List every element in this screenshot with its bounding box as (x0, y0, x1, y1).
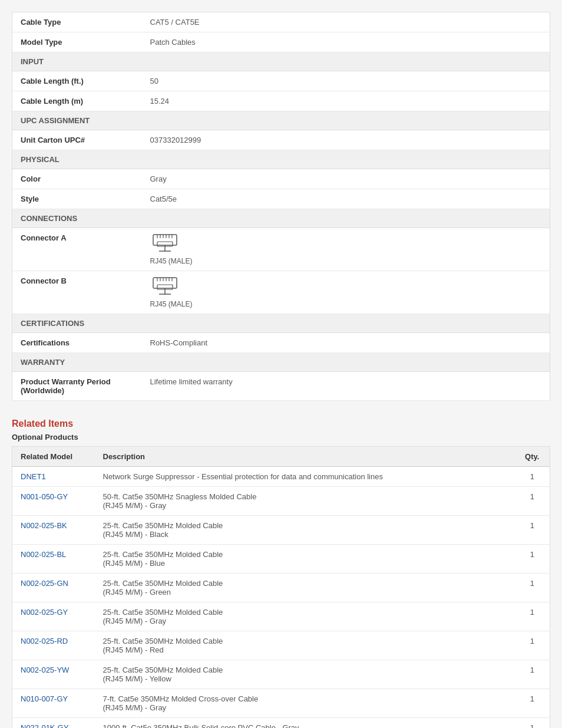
related-model-cell[interactable]: N002-025-GN (12, 574, 95, 602)
related-description-cell: 1000-ft. Cat5e 350MHz Bulk Solid-core PV… (95, 718, 515, 729)
related-model-cell[interactable]: DNET1 (12, 467, 95, 487)
col-qty: Qty. (515, 447, 550, 467)
related-model-link[interactable]: N002-025-GN (21, 579, 68, 588)
related-table-row: N002-025-YW25-ft. Cat5e 350MHz Molded Ca… (12, 660, 550, 689)
spec-row: ColorGray (12, 169, 550, 189)
spec-row: Cable Length (ft.)50 (12, 71, 550, 91)
related-model-cell[interactable]: N002-025-YW (12, 660, 95, 689)
connector-value: RJ45 (MALE) (150, 257, 193, 265)
related-table-row: N002-025-RD25-ft. Cat5e 350MHz Molded Ca… (12, 631, 550, 660)
related-table-row: N002-025-BL25-ft. Cat5e 350MHz Molded Ca… (12, 545, 550, 574)
related-model-cell[interactable]: N002-025-RD (12, 631, 95, 660)
section-header: PHYSICAL (12, 150, 550, 169)
spec-row: Model TypePatch Cables (12, 32, 550, 52)
connector-icon (150, 276, 180, 299)
related-model-cell[interactable]: N002-025-GY (12, 602, 95, 631)
section-header: CONNECTIONS (12, 209, 550, 228)
related-table-row: N002-025-GN25-ft. Cat5e 350MHz Molded Ca… (12, 574, 550, 602)
specs-table: Cable TypeCAT5 / CAT5EModel TypePatch Ca… (12, 12, 550, 401)
col-model: Related Model (12, 447, 95, 467)
related-model-cell[interactable]: N010-007-GY (12, 689, 95, 718)
related-description-cell: 25-ft. Cat5e 350MHz Molded Cable(RJ45 M/… (95, 602, 515, 631)
related-qty-cell: 1 (515, 602, 550, 631)
related-items-title: Related Items (12, 419, 550, 429)
related-description-cell: 25-ft. Cat5e 350MHz Molded Cable(RJ45 M/… (95, 574, 515, 602)
related-model-link[interactable]: N002-025-BL (21, 550, 66, 559)
related-qty-cell: 1 (515, 718, 550, 729)
related-model-link[interactable]: N001-050-GY (21, 492, 68, 501)
spec-row: Product Warranty Period(Worldwide)Lifeti… (12, 372, 550, 401)
related-table-row: N010-007-GY7-ft. Cat5e 350MHz Molded Cro… (12, 689, 550, 718)
spec-row: StyleCat5/5e (12, 189, 550, 209)
related-description-cell: Network Surge Suppressor - Essential pro… (95, 467, 515, 487)
related-qty-cell: 1 (515, 631, 550, 660)
related-model-link[interactable]: DNET1 (21, 472, 46, 481)
related-qty-cell: 1 (515, 467, 550, 487)
related-description-cell: 25-ft. Cat5e 350MHz Molded Cable(RJ45 M/… (95, 660, 515, 689)
related-model-cell[interactable]: N022-01K-GY (12, 718, 95, 729)
spec-row: Unit Carton UPC#037332012999 (12, 130, 550, 150)
related-model-link[interactable]: N002-025-GY (21, 608, 68, 617)
related-table-row: N001-050-GY50-ft. Cat5e 350MHz Snagless … (12, 487, 550, 516)
related-items-section: Related Items Optional Products Related … (12, 419, 550, 728)
section-header: INPUT (12, 52, 550, 71)
related-qty-cell: 1 (515, 516, 550, 545)
connector-value: RJ45 (MALE) (150, 300, 193, 308)
related-table-row: N002-025-GY25-ft. Cat5e 350MHz Molded Ca… (12, 602, 550, 631)
related-model-cell[interactable]: N002-025-BL (12, 545, 95, 574)
related-model-cell[interactable]: N002-025-BK (12, 516, 95, 545)
section-header: WARRANTY (12, 353, 550, 372)
section-header: CERTIFICATIONS (12, 314, 550, 333)
svg-rect-0 (153, 235, 177, 245)
related-model-link[interactable]: N002-025-BK (21, 521, 67, 530)
spec-row: Cable Length (m)15.24 (12, 91, 550, 111)
related-qty-cell: 1 (515, 689, 550, 718)
related-description-cell: 7-ft. Cat5e 350MHz Molded Cross-over Cab… (95, 689, 515, 718)
spec-row: CertificationsRoHS-Compliant (12, 333, 550, 353)
related-model-link[interactable]: N010-007-GY (21, 694, 68, 703)
related-qty-cell: 1 (515, 487, 550, 516)
connector-row: Connector B RJ45 (MALE) (12, 271, 550, 314)
optional-products-label: Optional Products (12, 433, 550, 442)
spec-row: Cable TypeCAT5 / CAT5E (12, 12, 550, 32)
related-description-cell: 25-ft. Cat5e 350MHz Molded Cable(RJ45 M/… (95, 631, 515, 660)
related-description-cell: 25-ft. Cat5e 350MHz Molded Cable(RJ45 M/… (95, 516, 515, 545)
related-table-row: N022-01K-GY1000-ft. Cat5e 350MHz Bulk So… (12, 718, 550, 729)
col-description: Description (95, 447, 515, 467)
connector-row: Connector A RJ45 (MALE) (12, 228, 550, 271)
related-table-header: Related Model Description Qty. (12, 447, 550, 467)
connector-icon (150, 233, 180, 256)
related-table: Related Model Description Qty. DNET1Netw… (12, 446, 550, 728)
related-model-cell[interactable]: N001-050-GY (12, 487, 95, 516)
svg-rect-10 (153, 278, 177, 288)
related-model-link[interactable]: N002-025-YW (21, 666, 69, 674)
related-qty-cell: 1 (515, 660, 550, 689)
section-header: UPC ASSIGNMENT (12, 111, 550, 130)
related-model-link[interactable]: N022-01K-GY (21, 723, 69, 728)
related-model-link[interactable]: N002-025-RD (21, 637, 68, 645)
related-description-cell: 25-ft. Cat5e 350MHz Molded Cable(RJ45 M/… (95, 545, 515, 574)
related-qty-cell: 1 (515, 545, 550, 574)
related-description-cell: 50-ft. Cat5e 350MHz Snagless Molded Cabl… (95, 487, 515, 516)
related-qty-cell: 1 (515, 574, 550, 602)
related-table-row: N002-025-BK25-ft. Cat5e 350MHz Molded Ca… (12, 516, 550, 545)
related-table-row: DNET1Network Surge Suppressor - Essentia… (12, 467, 550, 487)
